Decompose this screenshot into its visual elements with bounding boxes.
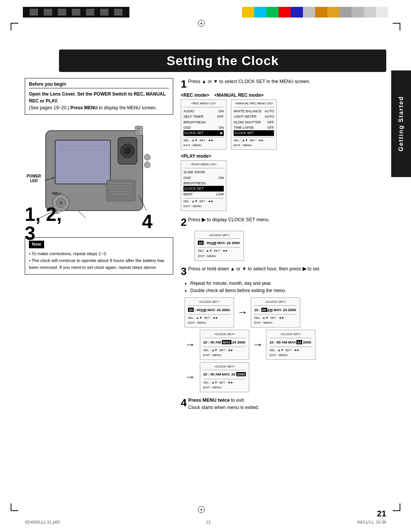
menu-row-osd: OSDON [183, 125, 224, 130]
menu-row-slideshow: SLIDE SHOW [183, 169, 224, 175]
clock-screen-1-time: 10 : 00AM MAY. 24 2000 [188, 307, 231, 313]
top-black-bar [23, 7, 129, 18]
rec-mode-section: <REC mode> <MANUAL REC mode> <REC MENU 1… [181, 93, 277, 150]
note-content: • To make corrections, repeat steps 1~3.… [29, 250, 169, 271]
bar-segment [30, 9, 38, 16]
svg-text:●OFF: ●OFF [136, 130, 140, 132]
right-column: 1 Press ▲ or ▼ to select CLOCK SET in th… [181, 78, 384, 413]
crosshair-bottom [198, 506, 205, 513]
clock-screen-1-title: <CLOCK SET> [188, 299, 231, 306]
top-color-bar [242, 7, 388, 18]
page-number: 21 [377, 509, 386, 519]
svg-text:PLAY: PLAY [136, 132, 140, 134]
rec-manual-screens: <REC MENU 1/2> AUDIOON SELF TIMEROFF BRI… [181, 99, 277, 150]
rec-menu-screen: <REC MENU 1/2> AUDIOON SELF TIMEROFF BRI… [181, 99, 226, 150]
svg-text:LED: LED [30, 179, 38, 183]
color-block-yellow [242, 7, 254, 18]
color-block-silver [303, 7, 315, 18]
clock-screen-2-time: 10 : 00AM MAY. 24 2000 [254, 307, 297, 313]
bar-segment [58, 9, 66, 16]
camera-step-numbers: 1, 2,3 [25, 205, 62, 243]
step2-screen-area: <CLOCK SET> 10 : 00AM MAY. 24 2000 SEL :… [194, 231, 384, 261]
manual-rec-menu-title: <MANUAL REC MENU 2/3> [234, 101, 274, 107]
play-mode-section: <PLAY mode> <PLAY MENU 2/2> SLIDE SHOW O… [181, 153, 384, 211]
bar-segment [72, 9, 80, 16]
corner-mark-tr [393, 23, 400, 30]
arrow-3: → [252, 339, 263, 351]
menu-row-clock-set-manual: CLOCK SET [234, 130, 274, 136]
clock-row-3: → <CLOCK SET> 10 : 00 AM MAY. 24 2000 SE… [185, 362, 384, 392]
color-block-blue [291, 7, 303, 18]
clock-screen-5-footer: SEL : ▲▼ SET : ◄►EXIT : MENU [203, 379, 246, 390]
step3-header: 3 Press or hold down ▲ or ▼ to select ho… [181, 265, 384, 278]
clock-set-initial-title: <CLOCK SET> [198, 233, 241, 239]
clock-screen-2-footer: SEL : ▲▼ SET : ◄►EXIT : MENU [254, 314, 297, 326]
clock-screen-5-time: 10 : 00 AM MAY. 24 2000 [203, 371, 246, 377]
color-block-gray4 [376, 7, 388, 18]
rec-mode-label: <REC mode> <MANUAL REC mode> [181, 93, 277, 98]
clock-row-1: <CLOCK SET> 10 : 00AM MAY. 24 2000 SEL :… [185, 297, 384, 328]
clock-screen-3-time: 10 : 00 AM MAY.24 2000 [203, 339, 246, 345]
rec-menu-footer: SEL : ▲▼ SET : ◄►EXIT : MENU [183, 137, 224, 148]
bar-segment [86, 9, 94, 16]
step2-block: 2 Press ▶ to display CLOCK SET menu. <CL… [181, 216, 384, 261]
clock-set-initial-footer: SEL : ▲▼ SET : ◄►EXIT : MENU [198, 247, 241, 259]
clock-screen-4: <CLOCK SET> 10 : 00 AM MAY.24 2000 SEL :… [266, 330, 315, 360]
clock-screen-5: <CLOCK SET> 10 : 00 AM MAY. 24 2000 SEL … [200, 362, 249, 392]
svg-point-11 [144, 154, 150, 160]
step2-header: 2 Press ▶ to display CLOCK SET menu. [181, 216, 384, 228]
color-block-orange [315, 7, 327, 18]
clock-screen-3: <CLOCK SET> 10 : 00 AM MAY.24 2000 SEL :… [200, 330, 249, 360]
bar-segment [100, 9, 108, 16]
before-box-title: Before you begin [29, 81, 169, 88]
note-item-1: • To make corrections, repeat steps 1~3. [29, 251, 107, 256]
page-title: Setting the Clock [68, 53, 377, 68]
step1-text: Press ▲ or ▼ to select CLOCK SET in the … [188, 78, 311, 85]
svg-text:POWER: POWER [27, 174, 41, 178]
before-box-text: (See pages 19~20.) Press MENU to display… [29, 105, 157, 110]
corner-mark-bl [11, 503, 18, 511]
corner-mark-tl [11, 23, 18, 30]
step1-header: 1 Press ▲ or ▼ to select CLOCK SET in th… [181, 78, 384, 90]
step4-number: 4 [181, 397, 187, 409]
menu-row-self-timer: SELF TIMEROFF [183, 114, 224, 119]
step3-bullet-2: Double check all items before exiting th… [190, 287, 384, 294]
step4-header: 4 Press MENU twice to exit. Clock starts… [181, 397, 384, 411]
color-block-gray2 [352, 7, 364, 18]
clock-highlighted-hour: 10 [198, 241, 204, 245]
clock-screen-4-time: 10 : 00 AM MAY.24 2000 [269, 339, 312, 345]
side-tab-text: Getting Started [398, 96, 405, 152]
arrow-1: → [237, 306, 248, 318]
clock-screens-area: <CLOCK SET> 10 : 00AM MAY. 24 2000 SEL :… [185, 297, 384, 392]
svg-point-6 [124, 147, 131, 155]
step1-number: 1 [181, 78, 187, 90]
rec-menu-title: <REC MENU 1/2> [183, 101, 224, 107]
crosshair-top [198, 20, 205, 27]
modes-row: <REC mode> <MANUAL REC mode> <REC MENU 1… [181, 93, 384, 150]
camera-step-number-4: 4 [142, 211, 153, 233]
color-block-red [279, 7, 291, 18]
step1-block: 1 Press ▲ or ▼ to select CLOCK SET in th… [181, 78, 384, 211]
menu-row-brightness-play: BRIGHTNESS [183, 181, 224, 186]
footer-right: 99/11/11, 16:38 [357, 520, 386, 524]
svg-line-29 [78, 211, 86, 218]
menu-row-tl: TIME LAPSEOFF [234, 125, 274, 130]
svg-text:VOL+: VOL+ [52, 192, 61, 195]
before-you-begin-box: Before you begin Open the Lens Cover. Se… [25, 78, 173, 115]
menu-row-clock-set-play: CLOCK SET [183, 186, 224, 191]
manual-rec-menu-screen: <MANUAL REC MENU 2/3> WHITE BALANCEAUTO … [231, 99, 277, 150]
play-menu-footer: SEL : ▲▼ SET : ◄►EXIT : MENU [183, 198, 224, 209]
svg-rect-1 [55, 140, 110, 184]
color-block-cyan [254, 7, 266, 18]
clock-screen-1-footer: SEL : ▲▼ SET : ◄►EXIT : MENU [188, 314, 231, 326]
clock-set-initial-time: 10 : 00AM MAY. 24 2000 [198, 240, 241, 246]
arrow-4: → [185, 371, 195, 383]
before-box-strong: Open the Lens Cover. Set the POWER Switc… [29, 91, 166, 104]
bar-segment [114, 9, 123, 16]
step3-number: 3 [181, 265, 187, 278]
camera-diagram: REC ●OFF PLAY VOL+ VOL- [25, 119, 166, 233]
left-column: Before you begin Open the Lens Cover. Se… [25, 78, 173, 275]
clock-set-initial-screen: <CLOCK SET> 10 : 00AM MAY. 24 2000 SEL :… [194, 231, 244, 261]
svg-point-27 [52, 177, 54, 179]
page-title-banner: Setting the Clock [59, 50, 386, 72]
